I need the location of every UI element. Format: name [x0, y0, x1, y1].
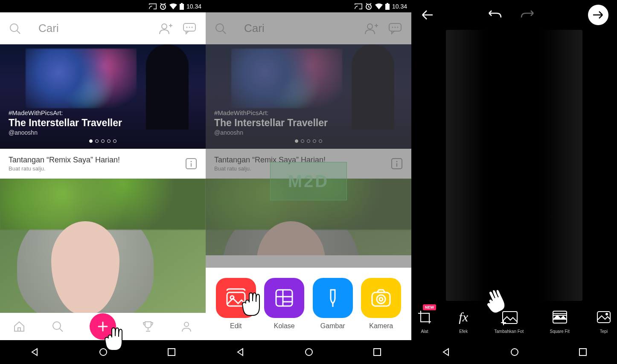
- search-input[interactable]: Cari: [38, 22, 149, 35]
- tool-alat[interactable]: NEW Alat: [416, 308, 433, 334]
- phone-screen-3: NEW Alat fx Efek Tambahkan Fot Square Fi…: [411, 0, 617, 364]
- svg-point-11: [53, 322, 61, 329]
- svg-point-7: [189, 26, 190, 28]
- back-button[interactable]: [236, 347, 245, 357]
- menu-gambar[interactable]: Gambar: [313, 278, 353, 330]
- fab-add-button[interactable]: [90, 313, 116, 340]
- menu-gambar-label: Gambar: [313, 322, 353, 330]
- svg-point-31: [379, 298, 383, 301]
- svg-point-37: [606, 313, 608, 315]
- svg-rect-26: [227, 292, 245, 306]
- recents-button[interactable]: [167, 348, 176, 356]
- menu-kolase[interactable]: Kolase: [264, 278, 304, 330]
- svg-point-12: [184, 322, 189, 326]
- svg-rect-1: [180, 4, 184, 10]
- home-button[interactable]: [99, 347, 108, 357]
- fab-menu: Edit Kolase Gambar Kamera: [206, 268, 411, 340]
- svg-rect-34: [503, 312, 517, 324]
- tool-square-label: Square Fit: [550, 329, 570, 334]
- banner-author: @anooshn: [9, 129, 122, 136]
- tool-alat-label: Alat: [416, 329, 433, 334]
- tool-efek-label: Efek: [459, 329, 468, 334]
- menu-edit-label: Edit: [216, 322, 256, 330]
- phone-screen-1: 10.34 Cari #MadeWithPicsArt: The Interst…: [0, 0, 206, 364]
- new-badge: NEW: [423, 304, 436, 310]
- wifi-icon: [375, 3, 383, 9]
- search-icon[interactable]: [9, 22, 21, 35]
- banner-hashtag: #MadeWithPicsArt:: [9, 109, 122, 116]
- alarm-icon: [365, 3, 373, 10]
- editor-topbar: [411, 0, 617, 30]
- menu-kamera[interactable]: Kamera: [361, 278, 401, 330]
- svg-point-3: [10, 24, 18, 32]
- wifi-icon: [169, 3, 177, 9]
- svg-rect-39: [579, 349, 586, 355]
- info-icon[interactable]: [185, 158, 197, 170]
- svg-point-13: [100, 349, 107, 355]
- status-bar: 10.34: [206, 0, 411, 12]
- editor-toolbar: NEW Alat fx Efek Tambahkan Fot Square Fi…: [411, 301, 617, 340]
- app-header: Cari: [0, 12, 206, 44]
- svg-rect-33: [374, 349, 381, 355]
- svg-rect-28: [276, 290, 292, 306]
- menu-kamera-label: Kamera: [361, 322, 401, 330]
- status-time: 10.34: [186, 3, 201, 10]
- tool-tepi-label: Tepi: [596, 329, 612, 334]
- bottom-nav: [0, 313, 206, 340]
- challenge-bar[interactable]: Tantangan “Remix Saya” Harian! Buat ratu…: [0, 149, 206, 179]
- svg-rect-17: [387, 3, 388, 4]
- close-icon[interactable]: [420, 9, 434, 21]
- android-nav: [411, 340, 617, 364]
- phone-screen-2: 10.34 Cari #MadeWithPicsArt: The Interst…: [206, 0, 411, 364]
- add-friend-icon[interactable]: [159, 22, 173, 35]
- svg-point-38: [511, 349, 518, 355]
- android-nav: [0, 340, 206, 364]
- cast-icon: [149, 3, 157, 10]
- hero-banner[interactable]: #MadeWithPicsArt: The Interstellar Trave…: [0, 44, 206, 149]
- back-button[interactable]: [441, 347, 451, 357]
- challenge-title: Tantangan “Remix Saya” Harian!: [9, 156, 120, 165]
- watermark: M2D: [270, 162, 347, 200]
- challenge-subtitle: Buat ratu salju.: [9, 165, 120, 172]
- tool-tepi[interactable]: Tepi: [596, 308, 612, 334]
- cast-icon: [355, 3, 362, 10]
- battery-icon: [180, 3, 184, 10]
- svg-point-10: [191, 161, 192, 162]
- home-icon[interactable]: [13, 320, 26, 333]
- svg-rect-14: [168, 349, 175, 355]
- svg-point-32: [306, 349, 312, 355]
- svg-rect-16: [385, 4, 390, 10]
- home-button[interactable]: [304, 347, 314, 357]
- back-button[interactable]: [30, 347, 39, 357]
- banner-dots[interactable]: [0, 137, 206, 144]
- recents-button[interactable]: [373, 348, 381, 356]
- explore-icon[interactable]: [51, 320, 64, 333]
- banner-title: The Interstellar Traveller: [9, 117, 122, 129]
- next-button[interactable]: [588, 5, 608, 25]
- canvas[interactable]: [411, 30, 617, 301]
- redo-icon[interactable]: [520, 9, 537, 21]
- tool-efek[interactable]: fx Efek: [459, 308, 468, 334]
- svg-point-4: [162, 24, 167, 29]
- home-button[interactable]: [510, 347, 519, 357]
- svg-point-6: [186, 26, 188, 28]
- battery-icon: [385, 3, 390, 10]
- undo-icon[interactable]: [486, 9, 503, 21]
- menu-edit[interactable]: Edit: [216, 278, 256, 330]
- tool-square-fit[interactable]: Square Fit: [550, 308, 570, 334]
- recents-button[interactable]: [579, 348, 587, 356]
- menu-kolase-label: Kolase: [264, 322, 304, 330]
- alarm-icon: [159, 3, 167, 10]
- tool-tambahkan-label: Tambahkan Fot: [494, 329, 524, 334]
- status-time: 10.34: [392, 3, 407, 10]
- svg-point-8: [192, 26, 193, 28]
- profile-icon[interactable]: [180, 320, 193, 333]
- trophy-icon[interactable]: [142, 320, 154, 333]
- tool-tambahkan-foto[interactable]: Tambahkan Fot: [494, 308, 524, 334]
- svg-point-30: [377, 295, 385, 303]
- svg-rect-2: [181, 3, 183, 4]
- chat-icon[interactable]: [183, 22, 197, 35]
- android-nav: [206, 340, 411, 364]
- status-bar: 10.34: [0, 0, 206, 12]
- feed-photo[interactable]: [0, 179, 206, 319]
